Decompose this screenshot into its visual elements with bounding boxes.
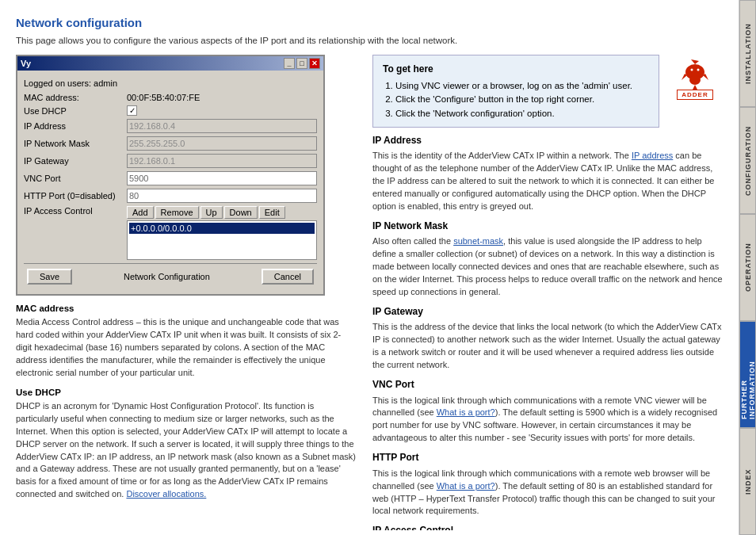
ip-address-section: IP Address This is the identity of the A… xyxy=(372,134,723,213)
ip-netmask-label: IP Network Mask xyxy=(24,139,127,148)
subnet-mask-link[interactable]: subnet-mask xyxy=(453,236,503,246)
http-port-section: HTTP Port This is the logical link throu… xyxy=(372,451,723,518)
ip-address-input[interactable] xyxy=(127,119,317,133)
side-tabs: INSTALLATION CONFIGURATION OPERATION FUR… xyxy=(739,0,756,535)
mac-address-row: MAC address: 00:0F:5B:40:07:FE xyxy=(24,93,317,102)
http-port-input[interactable] xyxy=(127,189,317,203)
svg-marker-1 xyxy=(691,59,699,64)
intro-text: This page allows you to configure the va… xyxy=(16,34,723,47)
ip-list-item: +0.0.0.0/0.0.0.0 xyxy=(129,223,315,234)
vnc-port-input[interactable] xyxy=(127,171,317,185)
dialog-footer: Save Network Configuration Cancel xyxy=(24,263,317,288)
ip-list-box: +0.0.0.0/0.0.0.0 xyxy=(127,220,317,260)
logo-area: ADDER xyxy=(667,55,723,100)
minimize-button[interactable]: _ xyxy=(284,58,295,69)
ip-address-label: IP Address xyxy=(24,121,127,131)
close-button[interactable]: ✕ xyxy=(309,58,320,69)
ip-access-buttons: Add Remove Up Down Edit xyxy=(127,206,317,219)
get-here-area: To get here Using VNC viewer or a browse… xyxy=(372,55,723,128)
mac-address-value: 00:0F:5B:40:07:FE xyxy=(127,93,200,102)
dialog-titlebar: Vy _ □ ✕ xyxy=(17,56,323,71)
network-config-label: Network Configuration xyxy=(124,272,210,281)
page-title: Network configuration xyxy=(16,16,723,29)
step-3: Click the 'Network configuration' option… xyxy=(395,107,649,120)
adder-dragon-icon xyxy=(675,58,715,90)
right-sections: IP Address This is the identity of the A… xyxy=(372,134,723,530)
http-port-text: This is the logical link through which c… xyxy=(372,468,723,518)
ip-access-control-section: IP Access Control This section allows yo… xyxy=(372,524,723,529)
titlebar-icons: _ □ ✕ xyxy=(284,58,320,69)
vnc-port-text: This is the logical link through which c… xyxy=(372,395,723,445)
up-button[interactable]: Up xyxy=(200,206,223,219)
ip-access-label: IP Access Control xyxy=(24,206,127,216)
ip-gateway-text: This is the address of the device that l… xyxy=(372,321,723,372)
ip-gateway-title: IP Gateway xyxy=(372,305,723,319)
svg-point-4 xyxy=(689,75,701,85)
http-port-title: HTTP Port xyxy=(372,451,723,464)
tab-configuration[interactable]: CONFIGURATION xyxy=(739,107,756,214)
discover-allocations-link[interactable]: Discover allocations. xyxy=(126,489,206,499)
use-dhcp-label: Use DHCP xyxy=(24,106,127,116)
vnc-port-label: VNC Port xyxy=(24,174,127,183)
ip-access-row: IP Access Control Add Remove Up Down Edi… xyxy=(24,206,317,260)
get-here-title: To get here xyxy=(383,62,649,76)
logged-on-bar: Logged on users: admin xyxy=(24,77,317,93)
tab-index[interactable]: INDEX xyxy=(739,428,756,535)
ip-access-control-title: IP Access Control xyxy=(372,524,723,529)
use-dhcp-checkbox[interactable]: ✓ xyxy=(127,105,137,116)
edit-button[interactable]: Edit xyxy=(259,206,285,219)
vnc-port-what-link[interactable]: What is a port? xyxy=(437,407,495,417)
svg-point-7 xyxy=(697,69,700,71)
ip-address-link[interactable]: IP address xyxy=(632,151,673,160)
vnc-port-section: VNC Port This is the logical link throug… xyxy=(372,378,723,445)
mac-address-section-text: Media Access Control address – this is t… xyxy=(16,316,357,380)
use-dhcp-section-title: Use DHCP xyxy=(16,388,357,397)
remove-button[interactable]: Remove xyxy=(155,206,199,219)
ip-address-title: IP Address xyxy=(372,134,723,147)
svg-point-6 xyxy=(691,69,693,71)
ip-gateway-input[interactable] xyxy=(127,154,317,168)
step-1: Using VNC viewer or a browser, log on as… xyxy=(395,79,649,93)
cancel-button[interactable]: Cancel xyxy=(262,269,314,285)
ip-gateway-row: IP Gateway xyxy=(24,154,317,168)
ip-network-mask-section: IP Network Mask Also often called the su… xyxy=(372,220,723,299)
ip-address-text: This is the identity of the AdderView CA… xyxy=(372,150,723,213)
ip-network-mask-title: IP Network Mask xyxy=(372,220,723,233)
tab-operation[interactable]: OPERATION xyxy=(739,214,756,321)
vnc-port-title: VNC Port xyxy=(372,378,723,392)
dialog-window: Vy _ □ ✕ Logged on users: admin MAC addr… xyxy=(16,55,325,296)
http-port-what-link[interactable]: What is a port? xyxy=(437,481,495,491)
get-here-box: To get here Using VNC viewer or a browse… xyxy=(372,55,659,128)
down-button[interactable]: Down xyxy=(224,206,258,219)
tab-further-information[interactable]: FURTHER INFORMATION xyxy=(739,321,756,428)
mac-address-label: MAC address: xyxy=(24,93,127,102)
use-dhcp-section-text: DHCP is an acronym for 'Dynamic Host Con… xyxy=(16,400,357,502)
page-number: 88 xyxy=(704,530,723,535)
adder-brand-text: ADDER xyxy=(677,90,712,100)
http-port-label: HTTP Port (0=disabled) xyxy=(24,191,127,201)
add-button[interactable]: Add xyxy=(127,206,154,219)
dialog-title: Vy xyxy=(21,59,31,68)
ip-gateway-section: IP Gateway This is the address of the de… xyxy=(372,305,723,372)
save-button[interactable]: Save xyxy=(27,269,72,285)
ip-netmask-row: IP Network Mask xyxy=(24,136,317,151)
ip-gateway-label: IP Gateway xyxy=(24,156,127,166)
vnc-port-row: VNC Port xyxy=(24,171,317,185)
tab-installation[interactable]: INSTALLATION xyxy=(739,0,756,107)
ip-network-mask-text: Also often called the subnet-mask, this … xyxy=(372,235,723,299)
http-port-row: HTTP Port (0=disabled) xyxy=(24,189,317,203)
step-2: Click the 'Configure' button in the top … xyxy=(395,93,649,106)
mac-address-section-title: MAC address xyxy=(16,304,357,313)
use-dhcp-row: Use DHCP ✓ xyxy=(24,105,317,116)
get-here-steps: Using VNC viewer or a browser, log on as… xyxy=(383,79,649,120)
maximize-button[interactable]: □ xyxy=(296,58,307,69)
ip-address-row: IP Address xyxy=(24,119,317,133)
ip-netmask-input[interactable] xyxy=(127,136,317,151)
